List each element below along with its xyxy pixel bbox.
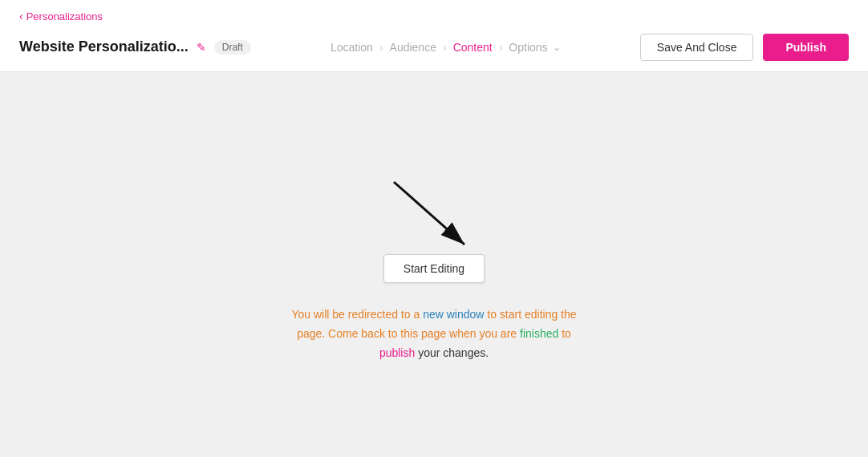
redirect-text-part4: page. Come back to this page when you ar…	[297, 327, 520, 340]
back-link[interactable]: ‹ Personalizations	[19, 0, 849, 22]
redirect-text-part7: publish	[379, 346, 415, 359]
action-buttons: Save And Close Publish	[640, 34, 849, 61]
redirect-text-part5: finished	[520, 327, 558, 340]
pointing-arrow	[330, 166, 538, 262]
svg-line-1	[394, 182, 464, 245]
step-arrow-1: ›	[379, 41, 383, 54]
redirect-text-part1: You will be redirected to a	[291, 308, 423, 321]
step-location[interactable]: Location	[331, 41, 373, 54]
title-area: Website Personalizatio... ✎ Draft	[19, 38, 251, 55]
publish-button[interactable]: Publish	[763, 34, 849, 61]
topbar-bottom: Website Personalizatio... ✎ Draft Locati…	[19, 22, 849, 71]
main-content: Start Editing You will be redirected to …	[0, 72, 868, 457]
step-arrow-2: ›	[443, 41, 447, 54]
draft-badge: Draft	[214, 40, 251, 55]
step-options[interactable]: Options ⌄	[509, 41, 560, 54]
page-title: Website Personalizatio...	[19, 38, 189, 55]
save-and-close-button[interactable]: Save And Close	[640, 34, 754, 61]
back-label: Personalizations	[26, 10, 103, 22]
redirect-text-part3: to start editing the	[484, 308, 576, 321]
arrow-container	[330, 166, 538, 262]
content-center: Start Editing You will be redirected to …	[291, 166, 576, 362]
redirect-text-part6: to	[558, 327, 571, 340]
redirect-text-part2: new window	[423, 308, 484, 321]
edit-icon[interactable]: ✎	[197, 41, 206, 54]
redirect-text-part8: your changes.	[415, 346, 489, 359]
steps-nav: Location › Audience › Content › Options …	[331, 41, 561, 54]
step-audience[interactable]: Audience	[390, 41, 436, 54]
options-chevron-icon: ⌄	[553, 42, 561, 53]
step-content[interactable]: Content	[453, 41, 493, 54]
app-container: ‹ Personalizations Website Personalizati…	[0, 0, 868, 457]
topbar: ‹ Personalizations Website Personalizati…	[0, 0, 868, 72]
back-arrow-icon: ‹	[19, 10, 23, 22]
step-arrow-3: ›	[499, 41, 503, 54]
redirect-text: You will be redirected to a new window t…	[291, 305, 576, 362]
